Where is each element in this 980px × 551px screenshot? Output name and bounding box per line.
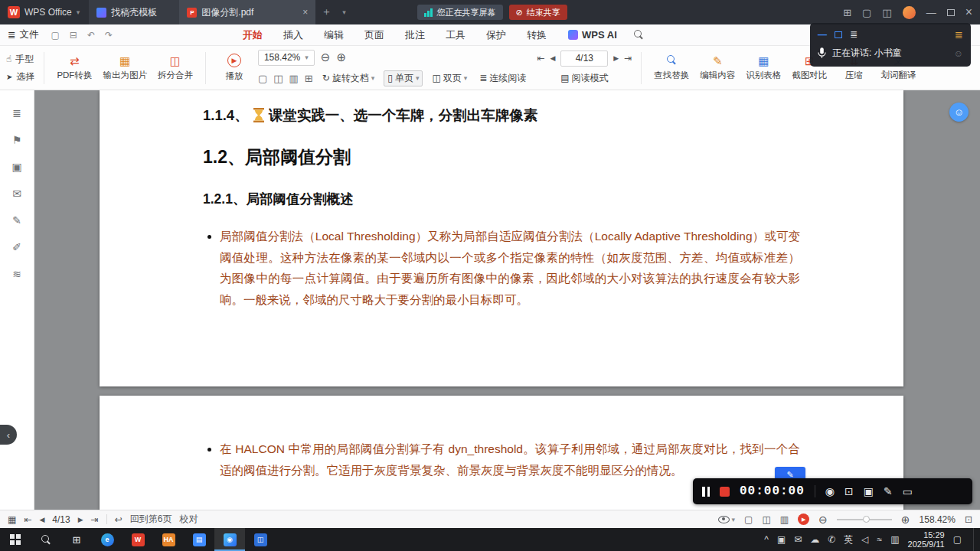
close-tab-icon[interactable]: × xyxy=(302,7,308,18)
tab-tools[interactable]: 工具 xyxy=(446,28,466,42)
taskbar-app-edge[interactable]: e xyxy=(92,528,122,551)
detect-table-button[interactable]: ▦ 识别表格 xyxy=(743,55,784,81)
save-icon[interactable]: ▢ xyxy=(51,30,59,41)
print-icon[interactable]: ⊟ xyxy=(70,30,77,41)
volume-icon[interactable]: ◁ xyxy=(861,534,868,545)
taskbar-app-wps[interactable]: W xyxy=(122,528,153,551)
document-canvas[interactable]: 1.1.4、 课堂实践一、选一个车牌，分割出车牌像素 1.2、局部阈值分割 1.… xyxy=(34,90,980,510)
double-page-view-icon[interactable]: ◫ xyxy=(762,514,770,525)
webcam-toggle-icon[interactable]: ◉ xyxy=(825,485,835,497)
last-page-icon[interactable]: ⇥ xyxy=(91,514,99,525)
taskbar-app-teal[interactable]: ◫ xyxy=(245,528,276,551)
tab-home-template[interactable]: 找稿壳模板 xyxy=(89,0,179,24)
bookmark-icon[interactable]: ⚑ xyxy=(12,134,22,146)
pdf-convert-button[interactable]: ⇄ PDF转换 xyxy=(54,55,95,81)
continuous-view-icon[interactable]: ▥ xyxy=(780,514,789,525)
tray-expand-icon[interactable]: ^ xyxy=(764,534,769,545)
screen-select-icon[interactable]: ▭ xyxy=(903,485,913,497)
stop-recording-button[interactable] xyxy=(720,487,730,497)
play-button[interactable]: ▶ 播放 xyxy=(215,54,253,82)
maximize-window-icon[interactable] xyxy=(947,9,955,16)
prev-page-icon[interactable]: ◀ xyxy=(39,516,44,523)
zoom-slider[interactable] xyxy=(837,519,892,520)
tab-list-chevron-icon[interactable]: ▾ xyxy=(337,8,351,16)
overlay-menu-icon[interactable]: ≣ xyxy=(955,29,963,41)
end-share-button[interactable]: ⊘ 结束共享 xyxy=(509,5,567,20)
shrink-toolbar-icon[interactable]: ⊡ xyxy=(844,485,854,497)
zoom-out-icon[interactable]: ⊖ xyxy=(321,51,331,64)
notification-center-icon[interactable]: ▢ xyxy=(953,534,962,545)
tab-edit[interactable]: 编辑 xyxy=(324,28,344,42)
applause-icon[interactable]: ☺ xyxy=(954,48,963,59)
single-page-button[interactable]: ▯ 单页 ▾ xyxy=(384,70,423,86)
read-mode-button[interactable]: ▤ 阅读模式 xyxy=(557,71,611,86)
new-tab-button[interactable]: ＋ xyxy=(315,5,337,19)
window-layout-icon[interactable]: ▢ xyxy=(862,7,871,18)
zoom-out-icon[interactable]: ⊖ xyxy=(818,514,828,526)
tab-insert[interactable]: 插入 xyxy=(283,28,303,42)
tab-convert[interactable]: 转换 xyxy=(527,28,547,42)
task-view-button[interactable]: ⊞ xyxy=(61,528,92,551)
first-page-icon[interactable]: ⇤ xyxy=(537,53,544,64)
zoom-in-icon[interactable]: ⊕ xyxy=(901,514,910,526)
signature-icon[interactable]: ✐ xyxy=(12,241,21,253)
highlight-icon[interactable]: ✎ xyxy=(12,214,21,227)
taskbar-app-recorder-active[interactable]: ◉ xyxy=(214,528,245,551)
layout-icon-3[interactable]: ▥ xyxy=(289,73,298,84)
network-icon[interactable]: ≈ xyxy=(877,534,883,545)
start-button[interactable] xyxy=(0,528,31,551)
last-page-icon[interactable]: ⇥ xyxy=(624,53,632,64)
find-replace-button[interactable]: 查找替换 xyxy=(651,55,692,81)
tray-phone-icon[interactable]: ✆ xyxy=(828,534,835,545)
input-language-indicator[interactable]: 英 xyxy=(844,533,853,546)
wps-ai-button[interactable]: WPS AI xyxy=(568,29,617,41)
thumbnail-view-icon[interactable]: ▦ xyxy=(8,514,16,525)
layout-icon-1[interactable]: ▢ xyxy=(258,73,267,84)
comments-icon[interactable]: ✉ xyxy=(12,187,21,200)
annotate-pen-icon[interactable]: ✎ xyxy=(884,485,893,497)
zoom-level-select[interactable]: 158.42% ▾ xyxy=(258,50,315,66)
chevron-down-icon[interactable]: ▾ xyxy=(77,8,80,16)
single-page-view-icon[interactable]: ▢ xyxy=(744,514,753,525)
prev-page-icon[interactable]: ◀ xyxy=(550,54,555,62)
tab-protect[interactable]: 保护 xyxy=(486,28,506,42)
outline-icon[interactable]: ≣ xyxy=(12,107,21,119)
minimize-window-icon[interactable]: — xyxy=(926,7,936,18)
wps-assistant-icon[interactable]: ☺ xyxy=(949,103,969,122)
tab-pdf-document[interactable]: P 图像分割.pdf × xyxy=(179,0,315,24)
overlay-minimize-icon[interactable]: — xyxy=(818,29,827,40)
tab-annotate[interactable]: 批注 xyxy=(405,28,425,42)
user-avatar[interactable] xyxy=(903,6,916,19)
visibility-menu[interactable]: ▾ xyxy=(718,516,736,523)
taskbar-app-halcon[interactable]: HA xyxy=(153,528,184,551)
edit-content-button[interactable]: ✎ 编辑内容 xyxy=(697,55,738,81)
show-desktop-sliver[interactable] xyxy=(973,528,977,551)
fullscreen-icon[interactable]: ⊡ xyxy=(965,514,972,525)
continuous-read-button[interactable]: ≣ 连续阅读 xyxy=(476,71,529,86)
taskbar-clock[interactable]: 15:29 2025/9/11 xyxy=(908,530,945,549)
thumbnails-icon[interactable]: ▣ xyxy=(11,161,21,173)
app-logo[interactable]: W WPS Office ▾ xyxy=(0,6,89,18)
tray-app-icon-2[interactable]: ✉ xyxy=(794,534,802,545)
presentation-play-icon[interactable]: ▶ xyxy=(798,514,809,525)
double-page-button[interactable]: ◫ 双页 ▾ xyxy=(429,71,470,86)
overlay-window-icon[interactable] xyxy=(835,31,842,38)
page-indicator[interactable]: 4/13 xyxy=(52,514,70,525)
taskbar-search-button[interactable] xyxy=(31,528,61,551)
layout-icon-2[interactable]: ◫ xyxy=(273,73,283,84)
back-to-page-button[interactable]: 回到第6页 xyxy=(130,513,172,526)
tab-page[interactable]: 页面 xyxy=(364,28,384,42)
first-page-icon[interactable]: ⇤ xyxy=(24,514,31,525)
search-icon[interactable] xyxy=(634,30,644,40)
select-tool-button[interactable]: ➤ 选择 xyxy=(6,70,34,83)
undo-icon[interactable]: ↶ xyxy=(87,30,95,41)
layout-icon-4[interactable]: ⊞ xyxy=(305,73,313,84)
tab-start[interactable]: 开始 xyxy=(243,28,263,42)
screenshot-icon[interactable]: ▣ xyxy=(864,485,874,497)
zoom-slider-knob[interactable] xyxy=(863,516,870,523)
next-page-icon[interactable]: ▶ xyxy=(613,54,619,62)
proofread-button[interactable]: 校对 xyxy=(179,513,198,526)
hand-tool-button[interactable]: ☝ 手型 xyxy=(6,53,34,66)
layers-icon[interactable]: ≋ xyxy=(12,268,21,280)
battery-icon[interactable]: ▥ xyxy=(890,534,899,545)
